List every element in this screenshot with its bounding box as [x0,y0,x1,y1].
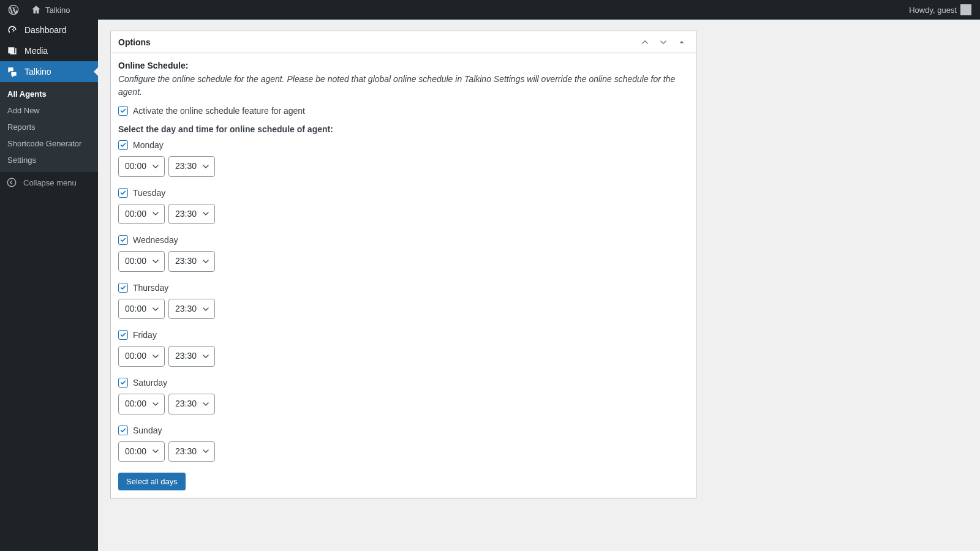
sidebar-item-dashboard[interactable]: Dashboard [0,20,98,40]
talkino-submenu: All Agents Add New Reports Shortcode Gen… [0,82,98,172]
day-end-select[interactable]: 23:30 [168,156,215,177]
day-end-select[interactable]: 23:30 [168,346,215,367]
day-checkbox[interactable] [118,378,128,388]
submenu-item-shortcode-generator[interactable]: Shortcode Generator [0,135,98,152]
day-label: Monday [133,140,164,150]
submenu-item-reports[interactable]: Reports [0,119,98,135]
schedule-days-heading: Select the day and time for online sched… [118,124,688,134]
collapse-icon [6,177,17,188]
day-label: Tuesday [133,188,165,198]
move-up-button[interactable] [638,36,652,49]
online-schedule-heading: Online Schedule: [118,61,188,70]
schedule-day-block: Tuesday 00:00 23:30 [118,188,688,225]
day-end-select[interactable]: 23:30 [168,251,215,272]
day-start-select[interactable]: 00:00 [118,204,165,225]
day-label: Thursday [133,283,168,293]
schedule-day-block: Thursday 00:00 23:30 [118,283,688,320]
schedule-day-block: Saturday 00:00 23:30 [118,378,688,414]
triangle-up-icon [676,37,687,48]
collapse-menu-button[interactable]: Collapse menu [0,172,98,193]
sidebar-item-label: Media [24,46,48,56]
sidebar-item-label: Talkino [24,67,51,77]
submenu-item-settings[interactable]: Settings [0,152,98,168]
day-label: Saturday [133,378,167,388]
schedule-day-block: Sunday 00:00 23:30 [118,425,688,462]
wordpress-logo-icon [7,4,20,16]
sidebar-item-media[interactable]: Media [0,40,98,61]
wp-logo[interactable] [4,0,23,20]
collapse-menu-label: Collapse menu [23,178,77,187]
options-postbox: Options Online Schedule: Configure the o… [110,31,696,498]
day-start-select[interactable]: 00:00 [118,394,165,414]
submenu-item-add-new[interactable]: Add New [0,102,98,119]
admin-sidebar: Dashboard Media Talkino All Agents Add N… [0,20,98,551]
media-icon [6,45,18,57]
site-home-link[interactable]: Talkino [27,0,74,20]
dashboard-icon [6,24,18,36]
day-checkbox[interactable] [118,283,128,293]
day-end-select[interactable]: 23:30 [168,441,215,462]
day-end-select[interactable]: 23:30 [168,299,215,320]
sidebar-item-label: Dashboard [24,25,67,35]
user-avatar-icon [960,4,971,15]
home-icon [31,4,42,15]
svg-point-0 [7,178,16,187]
day-checkbox[interactable] [118,235,128,245]
day-start-select[interactable]: 00:00 [118,156,165,177]
day-label: Wednesday [133,235,178,245]
day-end-select[interactable]: 23:30 [168,204,215,225]
day-end-select[interactable]: 23:30 [168,394,215,414]
schedule-day-block: Wednesday 00:00 23:30 [118,235,688,272]
submenu-item-all-agents[interactable]: All Agents [0,86,98,102]
postbox-header: Options [111,31,696,53]
chevron-up-icon [639,37,650,48]
chat-icon [6,66,18,78]
day-start-select[interactable]: 00:00 [118,299,165,320]
day-start-select[interactable]: 00:00 [118,441,165,462]
day-checkbox[interactable] [118,330,128,340]
day-checkbox[interactable] [118,425,128,435]
chevron-down-icon [658,37,669,48]
toggle-panel-button[interactable] [675,36,688,49]
schedule-day-block: Friday 00:00 23:30 [118,330,688,367]
day-label: Friday [133,330,157,340]
postbox-title: Options [118,37,151,47]
site-title-label: Talkino [45,6,70,15]
howdy-user-link[interactable]: Howdy, guest [905,0,975,20]
day-label: Sunday [133,425,162,435]
howdy-label: Howdy, guest [909,6,957,15]
day-checkbox[interactable] [118,188,128,198]
online-schedule-description: Configure the online schedule for the ag… [118,73,688,99]
activate-schedule-label: Activate the online schedule feature for… [133,106,305,116]
admin-bar: Talkino Howdy, guest [0,0,980,20]
activate-schedule-checkbox[interactable] [118,106,128,116]
move-down-button[interactable] [657,36,670,49]
day-start-select[interactable]: 00:00 [118,251,165,272]
day-checkbox[interactable] [118,140,128,150]
select-all-days-button[interactable]: Select all days [118,473,186,490]
schedule-day-block: Monday 00:00 23:30 [118,140,688,177]
sidebar-item-talkino[interactable]: Talkino [0,61,98,82]
day-start-select[interactable]: 00:00 [118,346,165,367]
